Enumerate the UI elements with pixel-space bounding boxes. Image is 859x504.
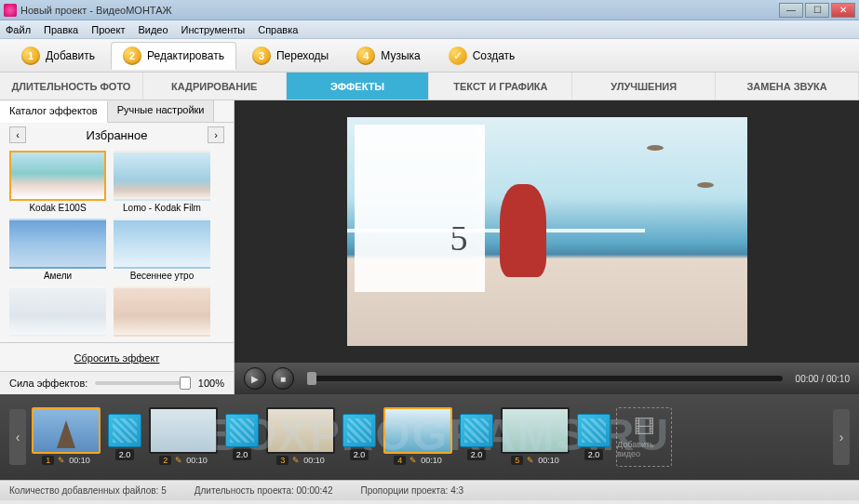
player-controls: ▶ ■ 00:00 / 00:10 [235,363,859,394]
timeline-scroll-left[interactable]: ‹ [9,409,26,465]
transition-icon [342,414,376,447]
step-num-icon: 3 [252,46,271,65]
person-graphic [500,184,546,277]
clip-thumb [149,407,218,454]
effect-label: Весеннее утро [114,269,210,285]
timecode: 00:00 / 00:10 [796,374,850,384]
subtab-enhance[interactable]: УЛУЧШЕНИЯ [572,73,716,99]
reset-effect-link[interactable]: Сбросить эффект [74,352,160,364]
clip-index: 5 [511,456,523,465]
clip-index: 1 [42,456,54,465]
check-icon: ✓ [449,46,467,65]
titlebar: Новый проект - ВидеоМОНТАЖ — ☐ ✕ [0,0,859,20]
preview-canvas [235,100,859,363]
transition-item[interactable]: 2.0 [223,414,261,460]
transition-icon [460,414,493,447]
clip-item[interactable]: 2✎00:10 [147,407,220,467]
minimize-button[interactable]: — [779,3,803,18]
step-num-icon: 2 [123,46,141,65]
filmstrip-icon: 🎞 [634,416,654,440]
effect-item[interactable]: Lomo - Kodak Film [114,151,210,217]
step-edit-label: Редактировать [147,49,224,62]
effect-thumb [9,151,106,201]
transition-icon [108,414,141,447]
status-count: Количество добавленных файлов: 5 [9,485,167,496]
subtab-effects[interactable]: ЭФФЕКТЫ [287,73,430,99]
clip-item[interactable]: 1✎00:10 [30,407,102,467]
effect-thumb [114,286,210,337]
menu-project[interactable]: Проект [91,24,125,35]
step-edit[interactable]: 2Редактировать [111,42,236,70]
transition-item[interactable]: 2.0 [341,414,378,460]
step-transitions-label: Переходы [276,49,329,62]
effect-item[interactable]: Амели [9,219,106,285]
workarea: Каталог эффектов Ручные настройки ‹ Избр… [0,100,859,394]
subtab-duration[interactable]: ДЛИТЕЛЬНОСТЬ ФОТО [0,73,143,99]
app-icon [4,4,17,17]
rail-graphic [347,229,645,232]
step-create[interactable]: ✓Создать [436,42,528,70]
pencil-icon[interactable]: ✎ [292,456,300,465]
seek-knob[interactable] [307,372,316,385]
timeline-scroll-right[interactable]: › [833,409,850,465]
category-title: Избранное [87,128,148,142]
pencil-icon[interactable]: ✎ [58,456,65,465]
effect-item[interactable]: Весеннее утро [114,219,210,285]
transition-duration: 2.0 [233,449,252,460]
transition-item[interactable]: 2.0 [106,414,143,460]
effect-item[interactable] [114,286,210,342]
step-transitions[interactable]: 3Переходы [240,42,341,70]
transition-duration: 2.0 [115,449,135,460]
next-category-button[interactable]: › [208,126,224,143]
pencil-icon[interactable]: ✎ [409,456,417,465]
transition-duration: 2.0 [584,449,604,460]
clip-duration: 00:10 [186,456,208,465]
clip-thumb [266,407,335,454]
menu-help[interactable]: Справка [258,24,298,35]
transition-item[interactable]: 2.0 [575,414,612,460]
stop-button[interactable]: ■ [272,367,294,390]
clip-thumb [32,407,101,454]
effect-label: Lomo - Kodak Film [114,201,210,217]
seek-track[interactable] [307,376,783,381]
subtab-text[interactable]: ТЕКСТ И ГРАФИКА [429,73,572,99]
add-video-button[interactable]: 🎞 Добавить видео [616,407,672,467]
menu-edit[interactable]: Правка [44,24,78,35]
effects-sidebar: Каталог эффектов Ручные настройки ‹ Избр… [0,100,235,394]
edit-subtabs: ДЛИТЕЛЬНОСТЬ ФОТО КАДРИРОВАНИЕ ЭФФЕКТЫ Т… [0,73,859,100]
effect-thumb [9,219,106,269]
pencil-icon[interactable]: ✎ [527,456,534,465]
clip-item[interactable]: 3✎00:10 [264,407,337,467]
menubar: Файл Правка Проект Видео Инструменты Спр… [0,20,859,39]
strength-slider[interactable] [95,381,190,385]
clip-item[interactable]: 4✎00:10 [382,407,454,467]
tab-manual[interactable]: Ручные настройки [108,100,215,122]
transition-icon [577,414,611,447]
status-length: Длительность проекта: 00:00:42 [195,485,333,496]
menu-file[interactable]: Файл [6,24,31,35]
maximize-button[interactable]: ☐ [805,3,829,18]
subtab-crop[interactable]: КАДРИРОВАНИЕ [143,73,287,99]
menu-tools[interactable]: Инструменты [181,24,246,35]
effect-item[interactable] [9,286,106,342]
clip-item[interactable]: 5✎00:10 [499,407,571,467]
step-add[interactable]: 1Добавить [9,42,107,70]
transition-item[interactable]: 2.0 [458,414,495,460]
preview-image [347,117,747,346]
play-button[interactable]: ▶ [244,367,266,390]
menu-video[interactable]: Видео [138,24,168,35]
pencil-icon[interactable]: ✎ [175,456,182,465]
prev-category-button[interactable]: ‹ [9,126,26,143]
slider-knob[interactable] [180,377,191,390]
strength-row: Сила эффектов: 100% [0,371,234,394]
subtab-audio[interactable]: ЗАМЕНА ЗВУКА [716,73,859,99]
window-title: Новый проект - ВидеоМОНТАЖ [20,5,172,16]
lifeguard-tower-graphic [355,125,485,292]
effect-thumb [9,286,106,337]
step-music[interactable]: 4Музыка [344,42,432,70]
close-button[interactable]: ✕ [831,3,855,18]
effect-thumb [114,151,210,201]
tab-catalog[interactable]: Каталог эффектов [0,101,108,123]
effect-item[interactable]: Kodak E100S [9,151,106,217]
effects-grid: Kodak E100S Lomo - Kodak Film Амели Весе… [0,147,234,342]
